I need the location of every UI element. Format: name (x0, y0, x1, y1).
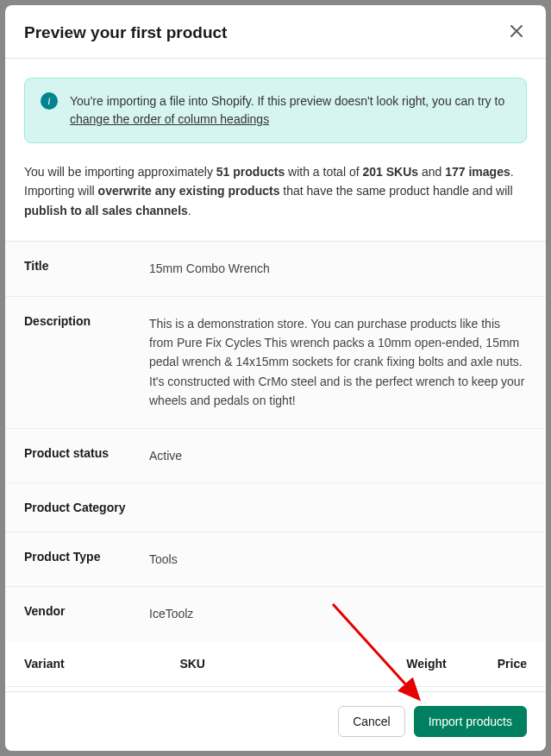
info-icon: i (41, 92, 58, 110)
summary-text: with a total of (285, 165, 362, 179)
col-header-weight: Weight (358, 657, 460, 671)
detail-row-description: Description This is a demonstration stor… (5, 297, 546, 429)
product-count: 51 products (216, 165, 285, 179)
detail-label: Title (24, 259, 149, 278)
modal-body: i You're importing a file into Shopify. … (5, 59, 546, 691)
detail-row-vendor: Vendor IceToolz (5, 587, 546, 640)
summary-text: You will be importing approximately (24, 165, 216, 179)
detail-label: Description (24, 314, 149, 411)
detail-label: Product Category (24, 501, 149, 514)
overwrite-warning: overwrite any existing products (98, 184, 280, 198)
change-column-order-link[interactable]: change the order of column headings (70, 112, 269, 126)
info-banner: i You're importing a file into Shopify. … (24, 78, 527, 143)
variant-table: Variant SKU Weight Price 15mm Combo Wren… (5, 641, 546, 691)
col-header-sku: SKU (179, 657, 357, 671)
publish-warning: publish to all sales channels (24, 204, 188, 217)
modal-header: Preview your first product (5, 5, 546, 59)
close-icon (508, 22, 525, 42)
detail-row-category: Product Category (5, 483, 546, 532)
summary-text: that have the same product handle and wi… (279, 184, 512, 198)
cancel-button[interactable]: Cancel (338, 706, 405, 737)
col-header-variant: Variant (24, 657, 179, 671)
detail-label: Vendor (24, 604, 149, 623)
detail-value: IceToolz (149, 604, 527, 623)
detail-row-status: Product status Active (5, 429, 546, 483)
sku-count: 201 SKUs (362, 165, 418, 179)
import-preview-modal: Preview your first product i You're impo… (5, 5, 546, 751)
info-text-prefix: You're importing a file into Shopify. If… (70, 94, 504, 108)
info-text: You're importing a file into Shopify. If… (70, 92, 510, 129)
import-summary: You will be importing approximately 51 p… (24, 162, 527, 220)
detail-value: Tools (149, 550, 527, 569)
modal-title: Preview your first product (24, 23, 227, 42)
import-products-button[interactable]: Import products (414, 706, 527, 737)
product-details: Title 15mm Combo Wrench Description This… (5, 241, 546, 641)
image-count: 177 images (445, 165, 510, 179)
detail-value (149, 501, 527, 514)
detail-label: Product Type (24, 550, 149, 569)
modal-footer: Cancel Import products (5, 691, 546, 751)
detail-value: 15mm Combo Wrench (149, 259, 527, 278)
col-header-price: Price (460, 657, 527, 671)
detail-value: Active (149, 446, 527, 465)
summary-text: . (188, 204, 191, 217)
detail-value: This is a demonstration store. You can p… (149, 314, 527, 411)
variant-table-header: Variant SKU Weight Price (5, 641, 546, 687)
detail-label: Product status (24, 446, 149, 465)
detail-row-title: Title 15mm Combo Wrench (5, 242, 546, 296)
detail-row-type: Product Type Tools (5, 532, 546, 587)
close-button[interactable] (506, 21, 527, 44)
summary-text: and (418, 165, 445, 179)
